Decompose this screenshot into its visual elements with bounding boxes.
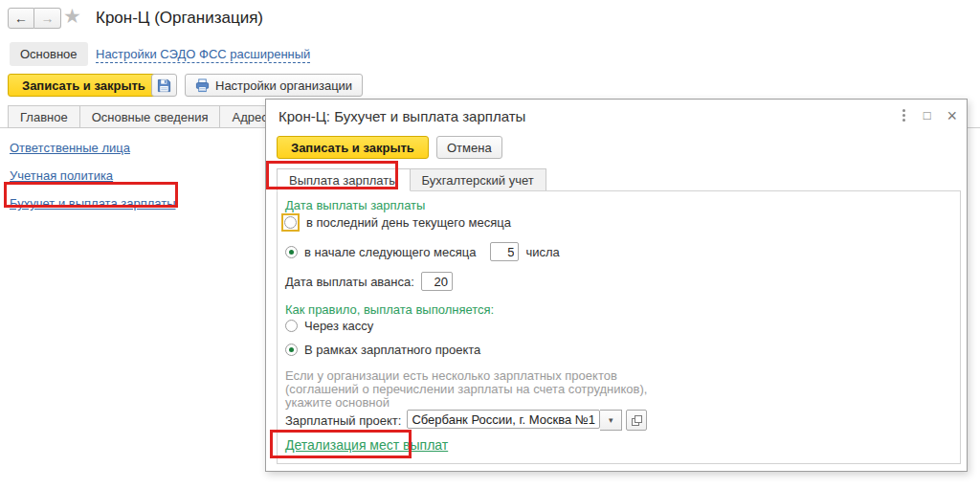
advance-date-label: Дата выплаты аванса: (285, 275, 414, 289)
salary-project-label: Зарплатный проект: (285, 413, 401, 428)
payment-method-heading: Как правило, выплата выполняется: (285, 302, 494, 317)
day-suffix-label: числа (525, 245, 559, 259)
radio-cash-label[interactable]: Через кассу (304, 319, 373, 333)
back-button[interactable]: ← (8, 8, 34, 29)
salary-project-row: Зарплатный проект: ▾ (285, 410, 647, 431)
history-nav: ← → (8, 8, 61, 29)
salary-date-heading: Дата выплаты зарплаты (285, 198, 425, 212)
salary-project-input[interactable] (407, 410, 600, 429)
dialog-salary-accounting: Крон-Ц: Бухучет и выплата зарплаты □ × З… (265, 99, 968, 472)
open-icon (632, 415, 642, 426)
back-arrow-icon: ← (14, 11, 28, 26)
salary-project-hint: Если у организации есть несколько зарпла… (285, 369, 647, 410)
salary-day-input[interactable] (490, 242, 519, 261)
org-settings-label: Настройки организации (215, 78, 352, 93)
advance-day-input[interactable] (421, 272, 453, 291)
radio-row-last-day: в последний день текущего месяца (281, 213, 511, 232)
open-item-button[interactable] (626, 410, 647, 431)
payment-places-detail-link[interactable]: Детализация мест выплат (285, 437, 448, 453)
dialog-tab-content: Дата выплаты зарплаты в последний день т… (277, 190, 961, 464)
nav-tab-main[interactable]: Основное (10, 42, 88, 66)
radio-next-month-label[interactable]: в начале следующего месяца (304, 245, 476, 259)
sedo-fss-link[interactable]: Настройки СЭДО ФСС расширенный (96, 47, 310, 63)
printer-icon (195, 78, 210, 93)
advance-date-row: Дата выплаты аванса: (285, 272, 453, 291)
section-links: Ответственные лица Учетная политика Буху… (10, 141, 176, 211)
radio-cash[interactable] (285, 320, 298, 332)
hint-line: укажите основной (285, 396, 647, 410)
forward-button[interactable]: → (34, 8, 61, 29)
floppy-disk-icon (157, 78, 171, 93)
close-icon[interactable]: × (947, 109, 957, 122)
radio-last-day-label[interactable]: в последний день текущего месяца (306, 215, 511, 230)
hint-line: (соглашений о перечислении зарплаты на с… (285, 383, 647, 396)
maximize-icon[interactable]: □ (924, 109, 931, 122)
radio-project[interactable] (285, 344, 298, 356)
page-title: Крон-Ц (Организация) (96, 9, 263, 28)
chevron-down-icon: ▾ (609, 415, 613, 425)
save-button[interactable] (151, 74, 177, 97)
focus-outline (281, 213, 300, 232)
dialog-save-and-close-button[interactable]: Записать и закрыть (277, 136, 429, 159)
dialog-window-controls: □ × (901, 107, 957, 123)
dialog-title: Крон-Ц: Бухучет и выплата зарплаты (278, 108, 525, 124)
link-buhuchet-i-vyplata[interactable]: Бухучет и выплата зарплаты (10, 196, 176, 211)
app-window: { "page": { "title": "Крон-Ц (Организаци… (0, 0, 980, 489)
dropdown-button[interactable]: ▾ (600, 410, 622, 431)
favorite-star-icon[interactable]: ★ (63, 5, 81, 28)
org-settings-button[interactable]: Настройки организации (185, 74, 363, 97)
tab-buhgalterskiy-uchet[interactable]: Бухгалтерский учет (410, 168, 546, 191)
save-and-close-button[interactable]: Записать и закрыть (8, 74, 160, 97)
link-uchetnaya-politika[interactable]: Учетная политика (10, 168, 176, 183)
dialog-tab-strip: Выплата зарплаты Бухгалтерский учет (277, 168, 546, 191)
tab-osnovnye-svedeniya[interactable]: Основные сведения (79, 105, 221, 128)
radio-project-label[interactable]: В рамках зарплатного проекта (304, 343, 480, 357)
salary-project-combobox: ▾ (407, 410, 647, 431)
radio-row-project: В рамках зарплатного проекта (285, 343, 480, 357)
radio-last-day[interactable] (284, 216, 297, 229)
dialog-cancel-button[interactable]: Отмена (436, 136, 502, 159)
tab-vyplata-zarplaty[interactable]: Выплата зарплаты (277, 168, 411, 191)
radio-next-month[interactable] (285, 246, 298, 258)
more-menu-icon[interactable] (901, 107, 907, 123)
radio-row-next-month: в начале следующего месяца числа (285, 242, 560, 261)
tab-glavnoe[interactable]: Главное (8, 105, 80, 128)
forward-arrow-icon: → (41, 11, 55, 26)
hint-line: Если у организации есть несколько зарпла… (285, 369, 647, 383)
radio-row-cash: Через кассу (285, 319, 373, 333)
link-otvetstvennye-litsa[interactable]: Ответственные лица (10, 141, 176, 155)
